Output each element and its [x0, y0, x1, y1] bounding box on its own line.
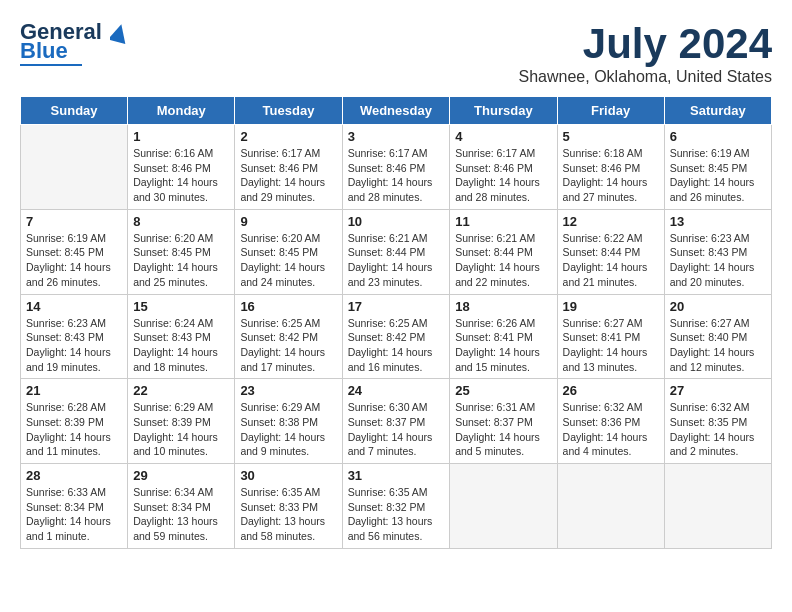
- day-number: 5: [563, 129, 659, 144]
- day-number: 12: [563, 214, 659, 229]
- calendar-cell: 22Sunrise: 6:29 AM Sunset: 8:39 PM Dayli…: [128, 379, 235, 464]
- calendar-cell: 3Sunrise: 6:17 AM Sunset: 8:46 PM Daylig…: [342, 125, 450, 210]
- calendar-cell: 11Sunrise: 6:21 AM Sunset: 8:44 PM Dayli…: [450, 209, 557, 294]
- day-header-wednesday: Wednesday: [342, 97, 450, 125]
- calendar-cell: 5Sunrise: 6:18 AM Sunset: 8:46 PM Daylig…: [557, 125, 664, 210]
- day-number: 4: [455, 129, 551, 144]
- calendar-cell: 19Sunrise: 6:27 AM Sunset: 8:41 PM Dayli…: [557, 294, 664, 379]
- day-info: Sunrise: 6:28 AM Sunset: 8:39 PM Dayligh…: [26, 400, 122, 459]
- day-number: 14: [26, 299, 122, 314]
- day-number: 9: [240, 214, 336, 229]
- calendar-cell: 13Sunrise: 6:23 AM Sunset: 8:43 PM Dayli…: [664, 209, 771, 294]
- day-info: Sunrise: 6:25 AM Sunset: 8:42 PM Dayligh…: [348, 316, 445, 375]
- day-number: 7: [26, 214, 122, 229]
- day-number: 1: [133, 129, 229, 144]
- day-info: Sunrise: 6:35 AM Sunset: 8:33 PM Dayligh…: [240, 485, 336, 544]
- calendar-cell: 10Sunrise: 6:21 AM Sunset: 8:44 PM Dayli…: [342, 209, 450, 294]
- day-info: Sunrise: 6:26 AM Sunset: 8:41 PM Dayligh…: [455, 316, 551, 375]
- calendar-cell: 27Sunrise: 6:32 AM Sunset: 8:35 PM Dayli…: [664, 379, 771, 464]
- day-header-tuesday: Tuesday: [235, 97, 342, 125]
- day-info: Sunrise: 6:27 AM Sunset: 8:40 PM Dayligh…: [670, 316, 766, 375]
- day-number: 20: [670, 299, 766, 314]
- calendar-cell: 21Sunrise: 6:28 AM Sunset: 8:39 PM Dayli…: [21, 379, 128, 464]
- calendar-cell: 15Sunrise: 6:24 AM Sunset: 8:43 PM Dayli…: [128, 294, 235, 379]
- calendar-cell: 9Sunrise: 6:20 AM Sunset: 8:45 PM Daylig…: [235, 209, 342, 294]
- logo-underline: [20, 64, 82, 66]
- calendar-cell: 1Sunrise: 6:16 AM Sunset: 8:46 PM Daylig…: [128, 125, 235, 210]
- page-header: General Blue July 2024 Shawnee, Oklahoma…: [20, 20, 772, 86]
- day-info: Sunrise: 6:16 AM Sunset: 8:46 PM Dayligh…: [133, 146, 229, 205]
- day-info: Sunrise: 6:32 AM Sunset: 8:35 PM Dayligh…: [670, 400, 766, 459]
- day-number: 25: [455, 383, 551, 398]
- day-header-thursday: Thursday: [450, 97, 557, 125]
- calendar-table: SundayMondayTuesdayWednesdayThursdayFrid…: [20, 96, 772, 549]
- calendar-cell: 24Sunrise: 6:30 AM Sunset: 8:37 PM Dayli…: [342, 379, 450, 464]
- calendar-cell: 30Sunrise: 6:35 AM Sunset: 8:33 PM Dayli…: [235, 464, 342, 549]
- day-info: Sunrise: 6:19 AM Sunset: 8:45 PM Dayligh…: [26, 231, 122, 290]
- day-info: Sunrise: 6:23 AM Sunset: 8:43 PM Dayligh…: [670, 231, 766, 290]
- calendar-cell: 18Sunrise: 6:26 AM Sunset: 8:41 PM Dayli…: [450, 294, 557, 379]
- day-number: 10: [348, 214, 445, 229]
- calendar-cell: 17Sunrise: 6:25 AM Sunset: 8:42 PM Dayli…: [342, 294, 450, 379]
- calendar-cell: 14Sunrise: 6:23 AM Sunset: 8:43 PM Dayli…: [21, 294, 128, 379]
- day-info: Sunrise: 6:21 AM Sunset: 8:44 PM Dayligh…: [348, 231, 445, 290]
- logo: General Blue: [20, 20, 128, 66]
- calendar-cell: [450, 464, 557, 549]
- day-info: Sunrise: 6:25 AM Sunset: 8:42 PM Dayligh…: [240, 316, 336, 375]
- calendar-cell: 6Sunrise: 6:19 AM Sunset: 8:45 PM Daylig…: [664, 125, 771, 210]
- day-number: 29: [133, 468, 229, 483]
- day-info: Sunrise: 6:33 AM Sunset: 8:34 PM Dayligh…: [26, 485, 122, 544]
- day-number: 19: [563, 299, 659, 314]
- calendar-week-2: 7Sunrise: 6:19 AM Sunset: 8:45 PM Daylig…: [21, 209, 772, 294]
- day-number: 27: [670, 383, 766, 398]
- calendar-cell: 29Sunrise: 6:34 AM Sunset: 8:34 PM Dayli…: [128, 464, 235, 549]
- calendar-cell: 25Sunrise: 6:31 AM Sunset: 8:37 PM Dayli…: [450, 379, 557, 464]
- day-info: Sunrise: 6:18 AM Sunset: 8:46 PM Dayligh…: [563, 146, 659, 205]
- calendar-cell: 12Sunrise: 6:22 AM Sunset: 8:44 PM Dayli…: [557, 209, 664, 294]
- day-info: Sunrise: 6:30 AM Sunset: 8:37 PM Dayligh…: [348, 400, 445, 459]
- day-number: 26: [563, 383, 659, 398]
- day-info: Sunrise: 6:24 AM Sunset: 8:43 PM Dayligh…: [133, 316, 229, 375]
- day-header-friday: Friday: [557, 97, 664, 125]
- day-number: 3: [348, 129, 445, 144]
- calendar-cell: 31Sunrise: 6:35 AM Sunset: 8:32 PM Dayli…: [342, 464, 450, 549]
- calendar-week-4: 21Sunrise: 6:28 AM Sunset: 8:39 PM Dayli…: [21, 379, 772, 464]
- day-number: 28: [26, 468, 122, 483]
- day-number: 13: [670, 214, 766, 229]
- calendar-cell: 8Sunrise: 6:20 AM Sunset: 8:45 PM Daylig…: [128, 209, 235, 294]
- day-number: 6: [670, 129, 766, 144]
- day-number: 17: [348, 299, 445, 314]
- day-info: Sunrise: 6:22 AM Sunset: 8:44 PM Dayligh…: [563, 231, 659, 290]
- day-info: Sunrise: 6:17 AM Sunset: 8:46 PM Dayligh…: [348, 146, 445, 205]
- calendar-week-1: 1Sunrise: 6:16 AM Sunset: 8:46 PM Daylig…: [21, 125, 772, 210]
- logo-triangle-icon: [110, 22, 128, 44]
- day-info: Sunrise: 6:35 AM Sunset: 8:32 PM Dayligh…: [348, 485, 445, 544]
- calendar-cell: 7Sunrise: 6:19 AM Sunset: 8:45 PM Daylig…: [21, 209, 128, 294]
- day-number: 8: [133, 214, 229, 229]
- day-info: Sunrise: 6:21 AM Sunset: 8:44 PM Dayligh…: [455, 231, 551, 290]
- day-info: Sunrise: 6:17 AM Sunset: 8:46 PM Dayligh…: [455, 146, 551, 205]
- day-info: Sunrise: 6:29 AM Sunset: 8:38 PM Dayligh…: [240, 400, 336, 459]
- svg-marker-0: [110, 22, 128, 44]
- day-header-monday: Monday: [128, 97, 235, 125]
- day-header-sunday: Sunday: [21, 97, 128, 125]
- calendar-cell: 16Sunrise: 6:25 AM Sunset: 8:42 PM Dayli…: [235, 294, 342, 379]
- day-number: 31: [348, 468, 445, 483]
- title-area: July 2024 Shawnee, Oklahoma, United Stat…: [519, 20, 772, 86]
- day-number: 18: [455, 299, 551, 314]
- day-info: Sunrise: 6:20 AM Sunset: 8:45 PM Dayligh…: [133, 231, 229, 290]
- day-number: 2: [240, 129, 336, 144]
- calendar-cell: 20Sunrise: 6:27 AM Sunset: 8:40 PM Dayli…: [664, 294, 771, 379]
- day-header-saturday: Saturday: [664, 97, 771, 125]
- calendar-week-3: 14Sunrise: 6:23 AM Sunset: 8:43 PM Dayli…: [21, 294, 772, 379]
- day-info: Sunrise: 6:29 AM Sunset: 8:39 PM Dayligh…: [133, 400, 229, 459]
- day-number: 22: [133, 383, 229, 398]
- sub-title: Shawnee, Oklahoma, United States: [519, 68, 772, 86]
- day-number: 21: [26, 383, 122, 398]
- logo-blue: Blue: [20, 40, 68, 62]
- calendar-cell: 2Sunrise: 6:17 AM Sunset: 8:46 PM Daylig…: [235, 125, 342, 210]
- day-number: 30: [240, 468, 336, 483]
- calendar-cell: [664, 464, 771, 549]
- main-title: July 2024: [519, 20, 772, 68]
- day-info: Sunrise: 6:20 AM Sunset: 8:45 PM Dayligh…: [240, 231, 336, 290]
